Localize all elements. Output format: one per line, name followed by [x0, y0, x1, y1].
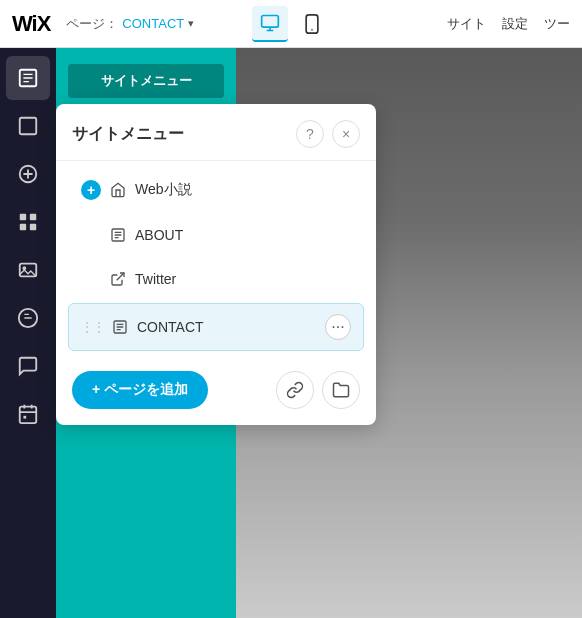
wix-logo: WiX [12, 11, 50, 37]
topbar-site-btn[interactable]: サイト [447, 15, 486, 33]
site-menu-popup: サイトメニュー ? × + Web小説 [56, 104, 376, 425]
svg-rect-7 [30, 214, 36, 220]
svg-point-2 [311, 29, 313, 31]
mobile-view-btn[interactable] [294, 6, 330, 42]
add-page-btn[interactable]: + ページを追加 [72, 371, 208, 409]
svg-rect-9 [30, 224, 36, 230]
svg-line-15 [117, 273, 124, 280]
popup-close-btn[interactable]: × [332, 120, 360, 148]
menu-item-web-novel[interactable]: + Web小説 [68, 169, 364, 211]
desktop-view-btn[interactable] [252, 6, 288, 42]
topbar-view-switcher [252, 6, 330, 42]
main-area: サイトメニュー ページトランジ... サイトメニュー ? × + [0, 48, 582, 618]
svg-rect-8 [20, 224, 26, 230]
popup-title: サイトメニュー [72, 124, 184, 145]
sidebar-item-apps[interactable] [6, 200, 50, 244]
svg-rect-12 [20, 407, 37, 424]
sidebar [0, 48, 56, 618]
page-icon-contact [111, 318, 129, 336]
sidebar-item-pages[interactable] [6, 56, 50, 100]
menu-item-more-btn[interactable]: ··· [325, 314, 351, 340]
sidebar-item-blog[interactable] [6, 296, 50, 340]
page-dropdown-chevron[interactable]: ▾ [188, 17, 194, 30]
footer-icon-group [276, 371, 360, 409]
link-settings-btn[interactable] [276, 371, 314, 409]
menu-item-twitter-label: Twitter [135, 271, 351, 287]
svg-rect-0 [262, 15, 279, 27]
menu-item-contact-label: CONTACT [137, 319, 325, 335]
svg-rect-4 [20, 118, 37, 135]
panel-site-menu-btn[interactable]: サイトメニュー [68, 64, 224, 98]
external-link-icon [109, 270, 127, 288]
menu-item-add-icon: + [81, 180, 101, 200]
topbar: WiX ページ： CONTACT ▾ サイト 設定 ツー [0, 0, 582, 48]
popup-header-icons: ? × [296, 120, 360, 148]
menu-item-about[interactable]: ABOUT [68, 215, 364, 255]
popup-header: サイトメニュー ? × [56, 104, 376, 161]
home-icon [109, 181, 127, 199]
menu-items-list: + Web小説 ABOUT [56, 161, 376, 359]
svg-rect-13 [23, 416, 26, 419]
drag-handle-icon: ⋮⋮ [81, 320, 105, 334]
menu-item-web-novel-label: Web小説 [135, 181, 351, 199]
current-page-name[interactable]: CONTACT [122, 16, 184, 31]
sidebar-item-media[interactable] [6, 248, 50, 292]
svg-rect-6 [20, 214, 26, 220]
popup-help-btn[interactable]: ? [296, 120, 324, 148]
menu-item-about-label: ABOUT [135, 227, 351, 243]
topbar-settings-btn[interactable]: 設定 [502, 15, 528, 33]
sidebar-item-chat[interactable] [6, 344, 50, 388]
menu-item-contact[interactable]: ⋮⋮ CONTACT ··· [68, 303, 364, 351]
page-prefix-label: ページ： [66, 15, 118, 33]
menu-item-twitter[interactable]: Twitter [68, 259, 364, 299]
topbar-right-nav: サイト 設定 ツー [447, 15, 570, 33]
popup-footer: + ページを追加 [56, 359, 376, 409]
sidebar-item-events[interactable] [6, 392, 50, 436]
page-icon-about [109, 226, 127, 244]
close-icon: × [342, 126, 350, 142]
sidebar-item-add[interactable] [6, 152, 50, 196]
topbar-tools-btn[interactable]: ツー [544, 15, 570, 33]
folder-btn[interactable] [322, 371, 360, 409]
sidebar-item-design[interactable] [6, 104, 50, 148]
help-icon: ? [306, 126, 314, 142]
